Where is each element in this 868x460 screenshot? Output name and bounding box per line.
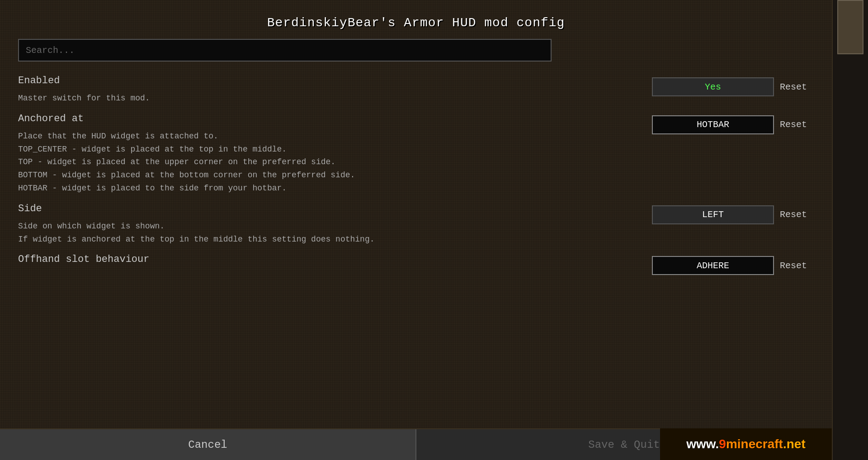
anchored-at-controls: HOTBAR Reset: [652, 113, 814, 134]
side-value-button[interactable]: LEFT: [652, 205, 774, 224]
enabled-description: Master switch for this mod.: [18, 92, 643, 105]
side-reset-button[interactable]: Reset: [778, 205, 814, 224]
config-modal: BerdinskiyBear's Armor HUD mod config En…: [0, 0, 832, 460]
watermark-www: www.: [686, 437, 719, 451]
search-container: [18, 39, 814, 62]
watermark: www.9minecraft.net: [660, 428, 832, 460]
setting-row-anchored-at: Anchored at Place that the HUD widget is…: [18, 111, 814, 197]
side-controls: LEFT Reset: [652, 203, 814, 224]
anchored-at-value-button[interactable]: HOTBAR: [652, 115, 774, 134]
offhand-reset-button[interactable]: Reset: [778, 256, 814, 275]
watermark-nine: 9: [719, 437, 726, 451]
watermark-minecraft: minecraft: [726, 437, 783, 451]
watermark-text: www.9minecraft.net: [686, 437, 805, 451]
enabled-value-button[interactable]: Yes: [652, 77, 774, 96]
anchored-at-label: Anchored at: [18, 113, 643, 124]
setting-row-side: Side Side on which widget is shown. If w…: [18, 201, 814, 248]
offhand-value-button[interactable]: ADHERE: [652, 256, 774, 275]
setting-row-enabled: Enabled Master switch for this mod. Yes …: [18, 73, 814, 107]
enabled-controls: Yes Reset: [652, 75, 814, 96]
scrollbar[interactable]: [832, 0, 868, 460]
offhand-label: Offhand slot behaviour: [18, 254, 643, 265]
anchored-at-reset-button[interactable]: Reset: [778, 115, 814, 134]
settings-content: Enabled Master switch for this mod. Yes …: [18, 73, 814, 460]
enabled-reset-button[interactable]: Reset: [778, 77, 814, 96]
side-label: Side: [18, 203, 643, 214]
watermark-net: .net: [783, 437, 806, 451]
modal-title: BerdinskiyBear's Armor HUD mod config: [267, 16, 565, 30]
anchored-at-description: Place that the HUD widget is attached to…: [18, 130, 643, 195]
side-description: Side on which widget is shown. If widget…: [18, 220, 643, 246]
setting-row-offhand: Offhand slot behaviour ADHERE Reset: [18, 251, 814, 277]
cancel-button[interactable]: Cancel: [0, 429, 416, 460]
scrollbar-thumb[interactable]: [837, 0, 863, 54]
search-input[interactable]: [18, 39, 552, 62]
enabled-label: Enabled: [18, 75, 643, 86]
offhand-controls: ADHERE Reset: [652, 254, 814, 275]
title-bar: BerdinskiyBear's Armor HUD mod config: [18, 9, 814, 39]
